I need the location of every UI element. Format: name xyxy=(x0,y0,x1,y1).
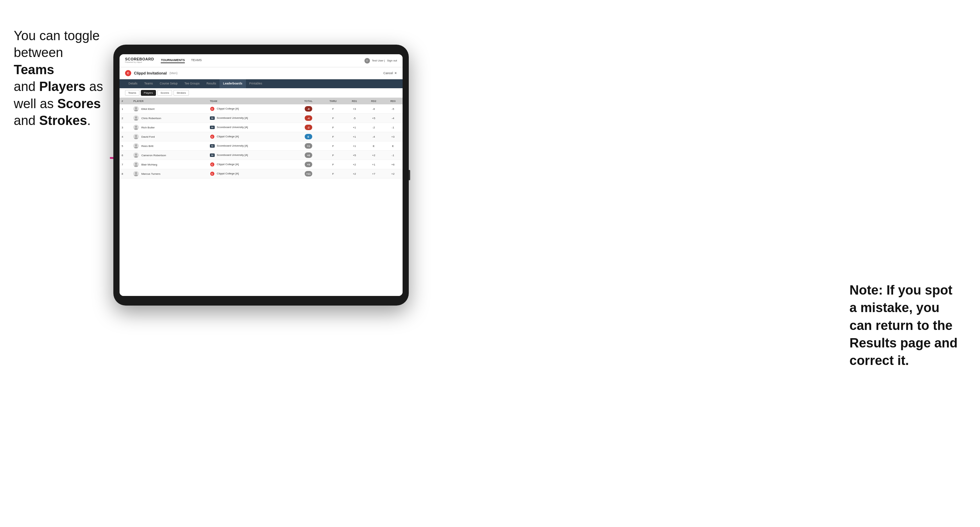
table-row: 8 Marcus Turners C Clippd College [A] +1… xyxy=(119,169,402,179)
cell-rd1: +1 xyxy=(345,123,364,132)
cell-thru: F xyxy=(321,132,345,141)
tab-teams[interactable]: Teams xyxy=(141,79,156,88)
cell-rank: 6 xyxy=(119,151,131,160)
bold-strokes: Strokes xyxy=(39,113,87,128)
cell-thru: F xyxy=(321,104,345,114)
tablet-screen: SCOREBOARD Powered by clippd TOURNAMENTS… xyxy=(119,54,402,296)
cell-rank: 4 xyxy=(119,132,131,141)
cell-thru: F xyxy=(321,123,345,132)
cell-rd2: E xyxy=(364,141,383,151)
tab-printables[interactable]: Printables xyxy=(246,79,266,88)
cell-rd1: +5 xyxy=(345,151,364,160)
svg-point-6 xyxy=(134,128,138,130)
svg-point-15 xyxy=(135,172,137,174)
cell-player: Rich Butler xyxy=(131,123,208,132)
bold-scores: Scores xyxy=(57,97,101,111)
team-logo-icon: C xyxy=(210,162,215,167)
player-avatar xyxy=(133,125,139,130)
cell-rd1: +2 xyxy=(345,169,364,179)
cell-rank: 1 xyxy=(119,104,131,114)
cell-thru: F xyxy=(321,141,345,151)
team-logo-icon: C xyxy=(210,171,215,176)
table-header-row: # PLAYER TEAM TOTAL THRU RD1 RD2 RD3 xyxy=(119,98,402,104)
cell-player: David Ford xyxy=(131,132,208,141)
svg-point-13 xyxy=(135,163,137,165)
nav-teams[interactable]: TEAMS xyxy=(191,58,202,63)
nav-tournaments[interactable]: TOURNAMENTS xyxy=(161,58,185,63)
tab-results[interactable]: Results xyxy=(203,79,220,88)
tab-tee-groups[interactable]: Tee Groups xyxy=(181,79,203,88)
cell-player: Chris Robertson xyxy=(131,114,208,123)
svg-point-14 xyxy=(134,165,138,167)
bold-teams: Teams xyxy=(14,62,54,77)
cell-rd2: -6 xyxy=(364,104,383,114)
cell-rd3: -5 xyxy=(383,104,402,114)
toggle-players[interactable]: Players xyxy=(141,90,156,96)
table-row: 4 David Ford C Clippd College [A] E F +1… xyxy=(119,132,402,141)
col-rd2: RD2 xyxy=(364,98,383,104)
svg-point-12 xyxy=(134,156,138,157)
user-name: Test User | xyxy=(372,59,385,62)
leaderboard-container: # PLAYER TEAM TOTAL THRU RD1 RD2 RD3 1 xyxy=(119,98,402,296)
col-thru: THRU xyxy=(321,98,345,104)
col-rd3: RD3 xyxy=(383,98,402,104)
cell-rd3: E xyxy=(383,141,402,151)
cell-player: Elliot Ebert xyxy=(131,104,208,114)
player-avatar xyxy=(133,171,139,176)
toggle-scores[interactable]: Scores xyxy=(158,90,172,96)
cell-rd2: +5 xyxy=(364,114,383,123)
cell-thru: F xyxy=(321,169,345,179)
cell-total: -2 xyxy=(296,123,321,132)
score-badge: +6 xyxy=(305,152,312,158)
sign-out-link[interactable]: Sign out xyxy=(387,59,397,62)
cell-rd1: +1 xyxy=(345,141,364,151)
cell-team: C Clippd College [A] xyxy=(208,169,296,179)
team-logo-icon: SU xyxy=(210,153,215,157)
left-annotation: You can toggle between Teams and Players… xyxy=(14,27,107,129)
cell-rd2: +1 xyxy=(364,160,383,169)
team-logo-icon: C xyxy=(210,134,215,139)
cancel-button[interactable]: Cancel ✕ xyxy=(383,71,397,75)
cell-team: SU Scoreboard University [A] xyxy=(208,114,296,123)
cell-thru: F xyxy=(321,114,345,123)
cell-rd3: -1 xyxy=(383,123,402,132)
user-icon: U xyxy=(364,58,370,63)
tab-bar: Details Teams Course Setup Tee Groups Re… xyxy=(119,79,402,88)
logo-area: SCOREBOARD Powered by clippd xyxy=(125,57,154,63)
score-badge: E xyxy=(305,134,312,140)
tab-leaderboards[interactable]: Leaderboards xyxy=(220,79,246,88)
col-player: PLAYER xyxy=(131,98,208,104)
cell-rd1: +2 xyxy=(345,160,364,169)
table-row: 1 Elliot Ebert C Clippd College [A] -8 F… xyxy=(119,104,402,114)
score-badge: -8 xyxy=(305,106,312,111)
table-row: 5 Rees Britt SU Scoreboard University [A… xyxy=(119,141,402,151)
svg-point-16 xyxy=(134,175,138,176)
player-avatar xyxy=(133,143,139,149)
cell-rank: 5 xyxy=(119,141,131,151)
tournament-name: Clippd Invitational xyxy=(134,71,167,75)
bold-players: Players xyxy=(39,79,86,94)
cell-rd3: +3 xyxy=(383,132,402,141)
cell-team: C Clippd College [A] xyxy=(208,104,296,114)
team-logo-icon: SU xyxy=(210,125,215,130)
tournament-title-area: C Clippd Invitational (Men) xyxy=(125,70,178,76)
cell-rd2: -2 xyxy=(364,123,383,132)
cell-rank: 3 xyxy=(119,123,131,132)
tab-details[interactable]: Details xyxy=(125,79,141,88)
toggle-teams[interactable]: Teams xyxy=(125,90,140,96)
table-row: 3 Rich Butler SU Scoreboard University [… xyxy=(119,123,402,132)
leaderboard-table: # PLAYER TEAM TOTAL THRU RD1 RD2 RD3 1 xyxy=(119,98,402,179)
tab-course-setup[interactable]: Course Setup xyxy=(156,79,181,88)
cell-team: C Clippd College [A] xyxy=(208,132,296,141)
cell-rank: 2 xyxy=(119,114,131,123)
cell-rd2: +7 xyxy=(364,169,383,179)
toggle-strokes[interactable]: Strokes xyxy=(173,90,189,96)
tournament-gender: (Men) xyxy=(169,71,178,75)
svg-point-4 xyxy=(134,119,138,121)
top-nav: SCOREBOARD Powered by clippd TOURNAMENTS… xyxy=(119,54,402,67)
cell-rd3: +2 xyxy=(383,169,402,179)
svg-point-7 xyxy=(135,135,137,137)
svg-point-11 xyxy=(135,154,137,156)
cell-rd2: -4 xyxy=(364,132,383,141)
team-logo-icon: C xyxy=(210,106,215,111)
